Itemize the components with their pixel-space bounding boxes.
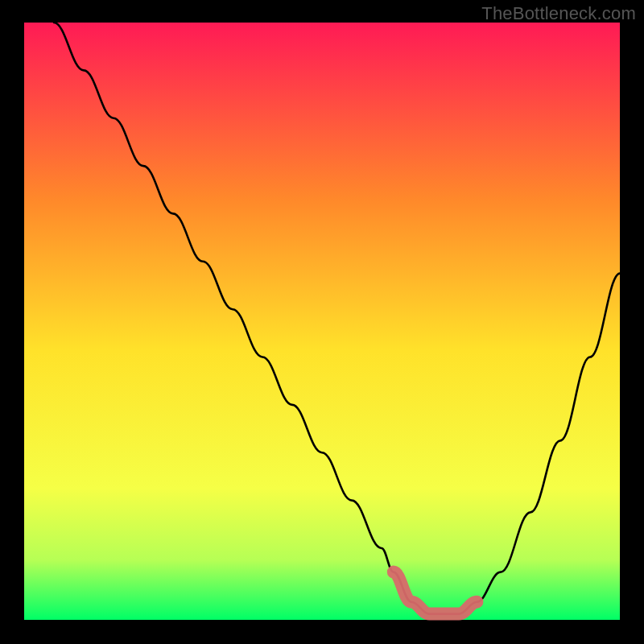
chart-frame: TheBottleneck.com xyxy=(0,0,644,644)
bottleneck-curve-chart xyxy=(0,0,644,644)
plot-background xyxy=(24,23,620,620)
attribution-text: TheBottleneck.com xyxy=(481,3,636,24)
